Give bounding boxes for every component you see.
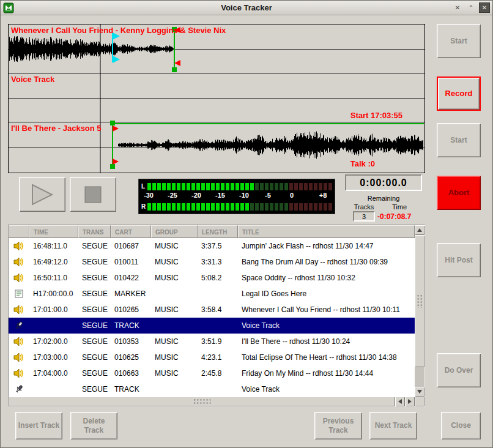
meter-segment [201, 183, 205, 190]
stop-button[interactable] [70, 177, 116, 212]
delete-track-button[interactable]: Delete Track [70, 412, 117, 439]
cell-cart: TRACK [111, 318, 151, 334]
meter-right-label: R [141, 203, 147, 210]
window-pin-icon[interactable]: ✕ [452, 2, 463, 13]
meter-segment [319, 203, 322, 211]
arrow-right-icon [408, 399, 412, 404]
meter-segment [216, 183, 220, 190]
cell-group [151, 286, 198, 302]
cell-time: 16:48:11.0 [29, 238, 78, 254]
previous-track-button[interactable]: Previous Track [314, 412, 362, 439]
track-panel-2[interactable]: Voice Track Start 17:03:55 [9, 73, 424, 122]
log-row[interactable]: H17:00:00.0SEGUEMARKERLegal ID Goes Here [9, 286, 415, 302]
cell-trans: SEGUE [78, 254, 111, 270]
meter-segment [147, 203, 151, 211]
scroll-down-button[interactable] [415, 387, 424, 397]
meter-segment [196, 203, 200, 211]
cell-cart: 010011 [111, 254, 151, 270]
insert-track-button[interactable]: Insert Track [15, 412, 62, 439]
meter-segment [206, 203, 210, 211]
play-button[interactable] [19, 177, 65, 212]
next-track-button[interactable]: Next Track [369, 412, 417, 439]
meter-segment [328, 203, 332, 211]
vertical-scroll-thumb[interactable] [415, 235, 424, 367]
cell-title: Space Oddity -- rdhost 11/30 10:32 [238, 270, 415, 286]
record-button[interactable]: Record [437, 77, 481, 111]
scroll-right-button[interactable] [405, 397, 415, 406]
cell-length: 3:31.3 [198, 254, 238, 270]
meter-segment [309, 183, 313, 190]
cell-group [151, 318, 198, 334]
track2-centerline [9, 98, 424, 99]
scroll-left-button[interactable] [395, 397, 405, 406]
titlebar[interactable]: Voice Tracker ✕ ⌃ ✕ [1, 1, 492, 15]
cell-time: 16:49:12.0 [29, 254, 78, 270]
waveform-area[interactable]: Whenever I Call You Friend - Kenny Loggi… [8, 24, 425, 173]
column-header-group[interactable]: GROUP [151, 225, 198, 238]
log-row[interactable]: 17:01:00.0SEGUE010265MUSIC3:58.4Whenever… [9, 302, 415, 318]
meter-segment [152, 183, 156, 190]
cell-title: Jumpin' Jack Flash -- rdhost 11/30 14:47 [238, 238, 415, 254]
vertical-scrollbar[interactable] [415, 225, 424, 397]
meter-segment [304, 203, 308, 211]
mic-icon [9, 318, 29, 334]
column-header-title[interactable]: TITLE [238, 225, 415, 238]
meter-segment [280, 203, 283, 211]
cell-title: I'll Be There -- rdhost 11/30 10:24 [238, 334, 415, 349]
meter-scale-label: -15 [215, 192, 225, 199]
column-header-cart[interactable]: CART [111, 225, 151, 238]
speaker-icon [9, 254, 29, 270]
meter-left-bar [147, 183, 332, 190]
cell-length [198, 286, 238, 302]
mic-icon [9, 381, 29, 397]
log-row[interactable]: 17:04:00.0SEGUE010663MUSIC2:45.8Friday O… [9, 365, 415, 381]
scrollbar-corner [415, 397, 424, 406]
speaker-icon [9, 238, 29, 254]
meter-segment [250, 183, 254, 190]
scroll-up-button[interactable] [415, 225, 424, 235]
meter-segment [250, 203, 254, 211]
log-row[interactable]: 16:48:11.0SEGUE010687MUSIC3:37.5Jumpin' … [9, 238, 415, 254]
cell-cart: 010353 [111, 334, 151, 349]
start-track1-button[interactable]: Start [437, 24, 481, 58]
log-row[interactable]: 16:50:11.0SEGUE010422MUSIC5:08.2Space Od… [9, 270, 415, 286]
meter-segment [167, 203, 171, 211]
log-row[interactable]: SEGUETRACKVoice Track [9, 318, 415, 334]
window-close-icon[interactable]: ✕ [479, 2, 490, 13]
meter-segment [314, 203, 317, 211]
abort-button[interactable]: Abort [437, 176, 481, 210]
horizontal-scrollbar[interactable] [9, 397, 415, 406]
meter-scale-label: +8 [319, 192, 327, 199]
cell-length: 3:58.4 [198, 302, 238, 318]
window-maximize-icon[interactable]: ⌃ [465, 2, 476, 13]
log-row[interactable]: 17:02:00.0SEGUE010353MUSIC3:51.9I'll Be … [9, 334, 415, 349]
meter-segment [187, 203, 190, 211]
log-row[interactable]: 16:49:12.0SEGUE010011MUSIC3:31.3Bang The… [9, 254, 415, 270]
cell-length [198, 381, 238, 397]
meter-segment [196, 183, 200, 190]
stop-icon [81, 182, 105, 207]
close-button[interactable]: Close [441, 412, 481, 439]
cell-cart: 010265 [111, 302, 151, 318]
horizontal-scroll-thumb[interactable] [9, 397, 395, 406]
do-over-button[interactable]: Do Over [437, 353, 481, 387]
start-track3-button[interactable]: Start [437, 123, 481, 157]
cell-time: H17:00:00.0 [29, 286, 78, 302]
column-header-icon[interactable] [9, 225, 29, 238]
meter-segment [221, 203, 224, 211]
log-row[interactable]: SEGUETRACKVoice Track [9, 381, 415, 397]
meter-segment [177, 183, 180, 190]
track3-title: I'll Be There - Jackson 5 [11, 124, 102, 133]
track-panel-1[interactable]: Whenever I Call You Friend - Kenny Loggi… [9, 24, 424, 73]
column-header-time[interactable]: TIME [29, 225, 78, 238]
column-header-length[interactable]: LENGTH [198, 225, 238, 238]
hit-post-button[interactable]: Hit Post [437, 243, 481, 277]
track-panel-3[interactable]: I'll Be There - Jackson 5 Talk :0 [9, 122, 424, 171]
meter-segment [235, 183, 239, 190]
column-header-trans[interactable]: TRANS [78, 225, 111, 238]
meter-left-label: L [141, 183, 147, 190]
arrow-up-icon [417, 228, 422, 232]
cell-length: 2:45.8 [198, 365, 238, 381]
cell-cart: 010422 [111, 270, 151, 286]
log-row[interactable]: 17:03:00.0SEGUE010625MUSIC4:23.1Total Ec… [9, 349, 415, 365]
